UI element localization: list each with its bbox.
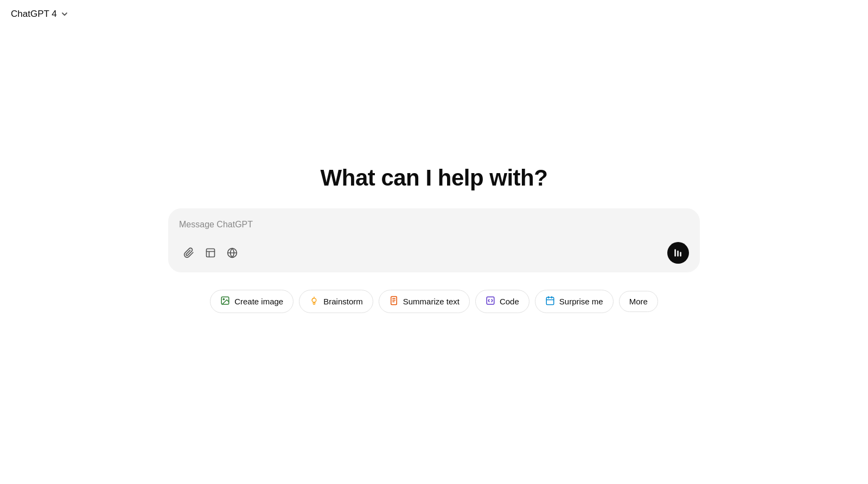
surprise-label: Surprise me	[559, 297, 603, 306]
brainstorm-icon	[309, 296, 319, 307]
message-input[interactable]	[179, 218, 689, 233]
create-image-icon	[220, 296, 230, 307]
summarize-icon	[389, 296, 399, 307]
input-box	[168, 208, 700, 272]
surprise-button[interactable]: Surprise me	[535, 290, 614, 313]
svg-rect-6	[677, 251, 679, 257]
action-buttons-row: Create image Brainstorm	[210, 290, 658, 313]
hero-title: What can I help with?	[321, 165, 548, 191]
app-title: ChatGPT 4	[11, 9, 57, 20]
svg-point-9	[223, 298, 224, 300]
main-content: What can I help with?	[168, 165, 700, 313]
create-image-button[interactable]: Create image	[210, 290, 293, 313]
code-label: Code	[500, 297, 519, 306]
toolbar-left	[179, 243, 242, 263]
more-button[interactable]: More	[619, 291, 658, 312]
chevron-down-icon	[60, 10, 69, 18]
svg-rect-5	[674, 249, 676, 256]
send-button[interactable]	[667, 242, 689, 264]
svg-rect-16	[487, 297, 494, 304]
surprise-icon	[545, 296, 555, 307]
create-image-label: Create image	[234, 297, 283, 306]
svg-rect-0	[207, 249, 215, 257]
code-button[interactable]: Code	[475, 290, 529, 313]
attach-button[interactable]	[179, 243, 199, 263]
more-label: More	[629, 297, 648, 306]
svg-rect-17	[546, 297, 554, 305]
header-title-area[interactable]: ChatGPT 4	[11, 9, 69, 20]
brainstorm-label: Brainstorm	[323, 297, 363, 306]
code-icon	[486, 296, 495, 307]
globe-button[interactable]	[222, 243, 242, 263]
input-toolbar	[179, 242, 689, 264]
brainstorm-button[interactable]: Brainstorm	[299, 290, 373, 313]
canvas-button[interactable]	[201, 243, 220, 263]
summarize-button[interactable]: Summarize text	[379, 290, 470, 313]
summarize-label: Summarize text	[403, 297, 459, 306]
svg-rect-7	[680, 252, 681, 256]
